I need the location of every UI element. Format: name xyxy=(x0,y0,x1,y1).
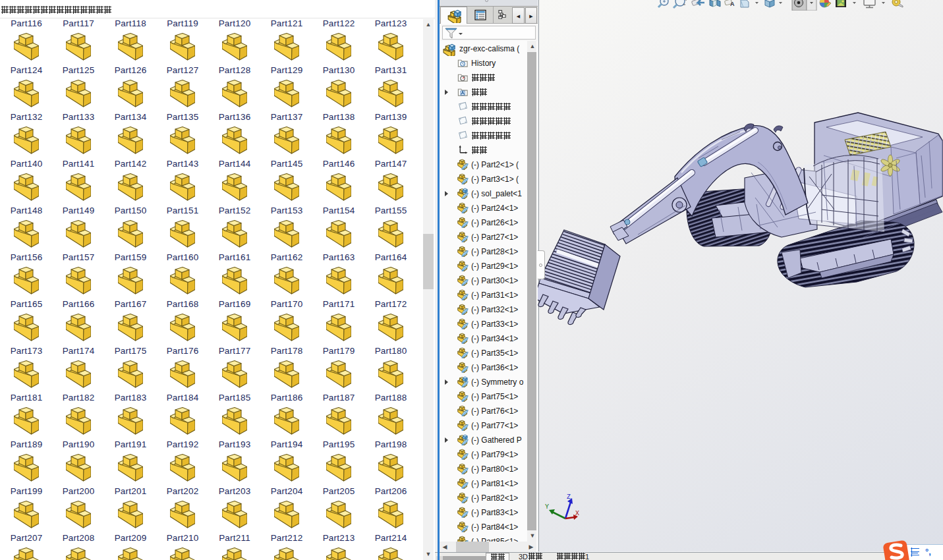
svg-text:A: A xyxy=(730,1,735,7)
svg-text:X: X xyxy=(575,510,579,517)
svg-text:Y: Y xyxy=(545,503,549,511)
svg-text:Z: Z xyxy=(567,493,571,501)
